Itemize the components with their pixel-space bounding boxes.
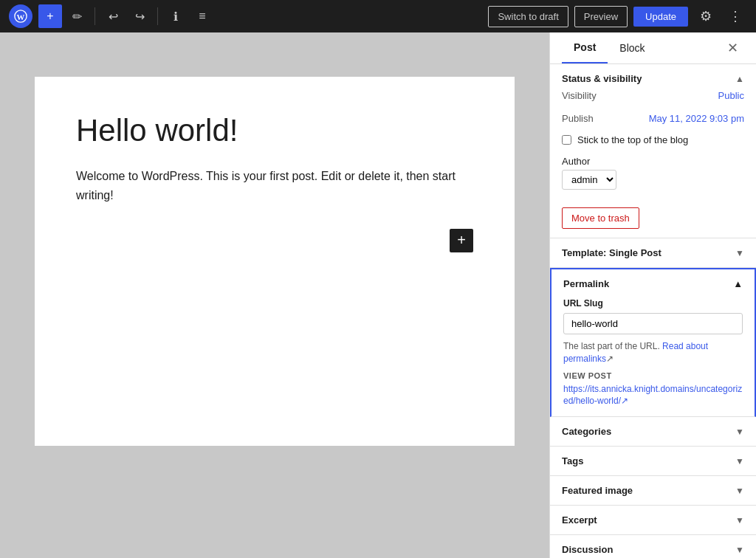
toolbar-right: Switch to draft Preview Update ⚙ ⋮ [488,4,747,28]
excerpt-chevron: ▼ [735,515,744,526]
gear-icon: ⚙ [700,8,712,24]
tags-section: Tags ▼ [550,447,756,476]
switch-to-draft-button[interactable]: Switch to draft [488,6,568,27]
settings-button[interactable]: ⚙ [694,4,718,28]
excerpt-section: Excerpt ▼ [550,506,756,535]
tags-section-header[interactable]: Tags ▼ [562,455,744,466]
post-title[interactable]: Hello world! [76,112,473,149]
template-section-header[interactable]: Template: Single Post ▼ [562,247,744,258]
categories-chevron: ▼ [735,427,744,437]
view-post-url[interactable]: https://its.annicka.knight.domains/uncat… [563,383,743,408]
update-button[interactable]: Update [633,7,688,27]
featured-image-section: Featured image ▼ [550,476,756,506]
stick-label: Stick to the top of the blog [577,134,688,145]
status-visibility-chevron: ▲ [735,74,744,84]
template-chevron: ▼ [735,248,744,258]
status-visibility-header[interactable]: Status & visibility ▲ [562,73,744,84]
undo-button[interactable]: ↩ [101,4,125,28]
close-icon: ✕ [727,41,738,55]
add-block-toolbar-button[interactable]: + [38,4,62,28]
move-to-trash-button[interactable]: Move to trash [562,207,639,229]
main-layout: Hello world! Welcome to WordPress. This … [0,32,756,558]
editor-area: Hello world! Welcome to WordPress. This … [0,32,549,558]
tags-heading: Tags [562,455,583,466]
sidebar-tabs: Post Block ✕ [550,32,756,64]
list-view-button[interactable]: ≡ [190,4,214,28]
discussion-heading: Discussion [562,544,613,555]
tab-post[interactable]: Post [562,32,608,63]
edit-toolbar-button[interactable]: ✏ [65,4,89,28]
permalink-heading: Permalink [563,278,609,289]
url-description: The last part of the URL. Read about per… [563,340,743,365]
info-button[interactable]: ℹ [164,4,188,28]
excerpt-heading: Excerpt [562,514,597,526]
permalink-section-header[interactable]: Permalink ▲ [563,278,743,289]
redo-button[interactable]: ↪ [128,4,151,28]
publish-row: Publish May 11, 2022 9:03 pm [562,107,744,130]
view-post-link[interactable]: https://its.annicka.knight.domains/uncat… [563,384,742,407]
categories-section: Categories ▼ [550,417,756,447]
permalink-chevron: ▲ [733,278,743,289]
visibility-value[interactable]: Public [718,90,744,101]
publish-label: Publish [562,113,594,124]
add-block-button[interactable]: + [450,229,473,252]
url-slug-label: URL Slug [563,298,743,309]
author-label: Author [562,156,744,167]
preview-button[interactable]: Preview [574,6,628,27]
categories-section-header[interactable]: Categories ▼ [562,426,744,437]
status-visibility-heading: Status & visibility [562,73,642,84]
more-options-button[interactable]: ⋮ [724,4,747,28]
info-icon: ℹ [173,10,178,24]
permalink-section: Permalink ▲ URL Slug The last part of th… [550,268,756,417]
edit-icon: ✏ [72,10,82,24]
view-post-label: VIEW POST [563,371,743,380]
tab-block[interactable]: Block [608,32,656,63]
status-visibility-section: Status & visibility ▲ Visibility Public … [550,64,756,238]
template-heading: Template: Single Post [562,247,662,258]
post-body[interactable]: Welcome to WordPress. This is your first… [76,167,473,204]
featured-image-section-header[interactable]: Featured image ▼ [562,485,744,496]
list-icon: ≡ [199,10,205,23]
editor-content: Hello world! Welcome to WordPress. This … [35,77,515,446]
undo-icon: ↩ [109,10,118,24]
toolbar: W + ✏ ↩ ↪ ℹ ≡ Switch to draft Preview Up… [0,0,756,32]
svg-text:W: W [17,13,25,21]
stick-row: Stick to the top of the blog [562,130,744,150]
toolbar-divider-2 [157,7,158,25]
more-icon: ⋮ [729,8,742,24]
excerpt-section-header[interactable]: Excerpt ▼ [562,514,744,526]
toolbar-divider-1 [94,7,95,25]
categories-heading: Categories [562,426,611,437]
plus-icon: + [457,232,466,249]
url-slug-input[interactable] [563,313,743,334]
sidebar-close-button[interactable]: ✕ [721,32,744,63]
author-select[interactable]: admin [562,170,616,190]
visibility-row: Visibility Public [562,84,744,107]
stick-checkbox[interactable] [562,135,571,145]
discussion-section-header[interactable]: Discussion ▼ [562,544,744,555]
redo-icon: ↪ [135,10,145,24]
publish-value[interactable]: May 11, 2022 9:03 pm [649,113,744,124]
wp-logo[interactable]: W [9,4,32,28]
template-section: Template: Single Post ▼ [550,238,756,268]
featured-image-chevron: ▼ [735,486,744,496]
featured-image-heading: Featured image [562,485,633,496]
discussion-section: Discussion ▼ [550,535,756,558]
visibility-label: Visibility [562,90,597,101]
sidebar: Post Block ✕ Status & visibility ▲ Visib… [549,32,756,558]
discussion-chevron: ▼ [735,545,744,555]
tags-chevron: ▼ [735,456,744,466]
